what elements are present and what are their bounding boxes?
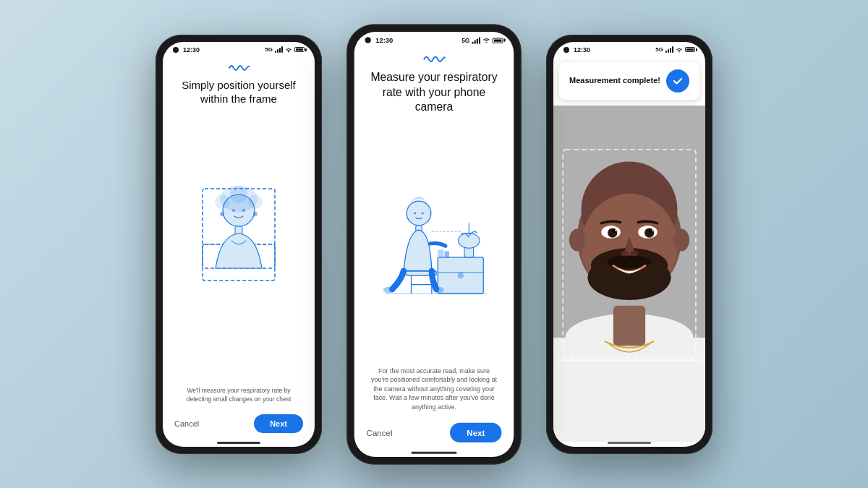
status-icons-2: 5G	[461, 36, 503, 43]
screen-desc-1: We'll measure your respiratory rate by d…	[174, 382, 303, 408]
check-icon	[671, 74, 684, 87]
next-button-2[interactable]: Next	[450, 422, 501, 442]
status-icons-1: 5G	[265, 46, 305, 53]
person-sitting-svg	[370, 174, 499, 310]
svg-point-51	[615, 229, 616, 231]
svg-point-6	[215, 194, 229, 209]
screen-title-1: Simply position yourself within the fram…	[174, 78, 303, 106]
svg-rect-38	[613, 305, 645, 345]
camera-hole-1	[173, 47, 179, 53]
signal-bars-2	[472, 36, 481, 43]
person-frame-svg	[181, 183, 297, 313]
svg-point-12	[253, 212, 258, 216]
check-circle	[666, 69, 689, 93]
time-1: 12:30	[183, 46, 200, 53]
svg-point-20	[459, 233, 480, 248]
svg-point-8	[230, 186, 247, 203]
face-svg	[553, 106, 705, 442]
phone-3: 12:30 5G Measurement comple	[546, 35, 712, 454]
svg-point-34	[678, 51, 680, 53]
svg-point-11	[220, 212, 224, 216]
svg-rect-22	[445, 251, 449, 257]
signal-label-1: 5G	[265, 46, 273, 53]
next-button-1[interactable]: Next	[254, 414, 303, 433]
svg-point-54	[630, 250, 638, 256]
svg-point-48	[644, 228, 654, 237]
phone-1-screen: 12:30 5G	[163, 42, 315, 447]
signal-bars-3	[665, 46, 673, 53]
status-bar-3: 12:30 5G	[553, 42, 705, 56]
phone-3-screen: 12:30 5G Measurement comple	[553, 42, 705, 447]
svg-point-55	[569, 228, 585, 251]
svg-rect-21	[438, 249, 443, 257]
svg-point-52	[652, 229, 653, 231]
camera-hole-3	[563, 47, 569, 53]
phone-2-screen: 12:30 5G	[354, 32, 514, 457]
svg-point-0	[288, 51, 289, 53]
battery-icon-1	[294, 47, 305, 52]
screen-content-1: Simply position yourself within the fram…	[163, 56, 315, 408]
svg-point-9	[232, 209, 235, 212]
time-3: 12:30	[574, 46, 590, 53]
svg-point-47	[608, 228, 617, 237]
svg-point-14	[486, 41, 488, 43]
wifi-icon-1	[285, 47, 292, 53]
wifi-icon-2	[482, 37, 490, 43]
screen-title-2: Measure your respiratory rate with your …	[367, 69, 502, 114]
battery-icon-2	[493, 37, 503, 42]
svg-point-7	[248, 194, 263, 209]
cancel-button-2[interactable]: Cancel	[367, 428, 393, 437]
camera-hole-2	[365, 37, 370, 43]
illustration-2	[367, 121, 502, 362]
status-bar-1: 12:30 5G	[163, 42, 315, 56]
home-indicator-2	[412, 451, 457, 453]
measurement-card: Measurement complete!	[559, 62, 699, 100]
phone-2: 12:30 5G	[346, 24, 522, 464]
home-indicator-1	[217, 442, 260, 444]
svg-point-56	[673, 228, 689, 251]
screen-bottom-1: Cancel Next	[163, 408, 315, 442]
signal-label-2: 5G	[461, 36, 469, 43]
wifi-icon-3	[676, 47, 683, 53]
status-bar-2: 12:30 5G	[354, 32, 514, 47]
wave-icon-1	[228, 62, 250, 74]
signal-label-3: 5G	[655, 46, 663, 53]
phone-1: 12:30 5G	[156, 35, 322, 454]
time-2: 12:30	[375, 36, 393, 44]
svg-point-10	[242, 209, 245, 212]
cancel-button-1[interactable]: Cancel	[174, 419, 199, 428]
camera-view	[553, 106, 705, 442]
screen-desc-2: For the most accurate read, make sure yo…	[367, 362, 502, 416]
home-indicator-3	[608, 442, 651, 444]
svg-point-27	[407, 201, 431, 226]
signal-bars-1	[275, 46, 283, 53]
wave-icon-2	[422, 53, 446, 65]
screen-bottom-2: Cancel Next	[354, 416, 514, 451]
status-icons-3: 5G	[655, 46, 695, 53]
illustration-1	[174, 114, 303, 382]
svg-point-53	[621, 250, 629, 256]
screen-content-2: Measure your respiratory rate with your …	[354, 47, 514, 416]
measurement-title: Measurement complete!	[569, 75, 660, 85]
battery-icon-3	[685, 47, 695, 52]
